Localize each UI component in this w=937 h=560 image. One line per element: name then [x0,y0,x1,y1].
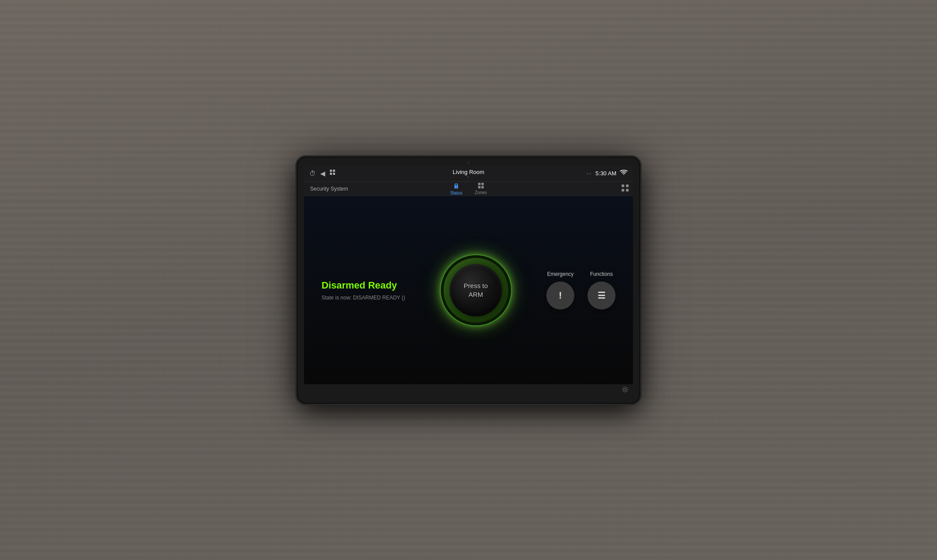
screen: ⏱ ◀ Living Room ⌄ [304,166,633,397]
zones-icon [478,183,484,190]
status-lock-icon [454,183,459,190]
state-detail-text: State is now: DISARMED READY () [322,295,405,301]
svg-rect-1 [333,170,335,172]
tab-zones[interactable]: Zones [468,181,493,197]
emergency-label: Emergency [547,271,574,277]
disarmed-ready-label: Disarmed Ready [322,280,405,291]
status-bar-right: -- 5:30 AM [587,170,628,177]
arm-button-container: Press toARM [441,255,511,325]
svg-rect-12 [622,189,624,191]
tab-status[interactable]: Status [444,181,468,197]
current-time: 5:30 AM [595,170,616,177]
back-arrow-icon[interactable]: ◀ [320,170,325,177]
svg-rect-2 [330,173,332,175]
status-separator: -- [587,170,592,177]
functions-button[interactable]: ☰ [587,282,615,310]
status-bar-left: ⏱ ◀ [309,170,338,177]
status-bar-center: Living Room ⌄ [453,169,484,178]
status-bar-wrapper: ⏱ ◀ Living Room ⌄ [309,166,628,181]
svg-rect-11 [626,184,629,187]
menu-icon[interactable] [330,170,338,177]
main-content: Disarmed Ready State is now: DISARMED RE… [304,196,633,384]
tab-status-label: Status [450,191,462,195]
svg-rect-8 [478,186,481,189]
arm-button-inner: Press toARM [450,264,502,317]
svg-rect-3 [333,173,335,175]
location-chevron: ⌄ [467,174,470,178]
nav-grid-button[interactable] [622,184,629,193]
arm-button-label: Press toARM [464,282,488,299]
svg-rect-6 [478,183,481,185]
settings-icon[interactable] [622,386,629,394]
nav-bar: Security System Status [304,181,633,196]
clock-icon: ⏱ [309,170,316,177]
functions-label: Functions [590,271,613,277]
svg-rect-10 [622,184,624,187]
tablet: ⏱ ◀ Living Room ⌄ [298,158,639,403]
wifi-icon [620,170,628,177]
emergency-button[interactable]: ! [546,282,574,310]
emergency-group: Emergency ! [546,271,574,310]
right-buttons: Emergency ! Functions ☰ [546,271,615,310]
svg-rect-0 [330,170,332,172]
nav-title: Security System [304,186,354,192]
functions-group: Functions ☰ [587,271,615,310]
tab-zones-label: Zones [475,190,487,195]
functions-icon: ☰ [598,290,605,301]
status-bar: ⏱ ◀ Living Room ⌄ [304,166,633,181]
svg-rect-9 [481,186,484,189]
arm-button[interactable]: Press toARM [441,255,511,325]
svg-rect-7 [481,183,484,185]
bottom-bar [304,384,633,397]
emergency-icon: ! [559,290,562,301]
status-section: Disarmed Ready State is now: DISARMED RE… [322,280,405,301]
svg-point-14 [624,388,626,391]
svg-rect-13 [626,189,629,191]
nav-tabs: Status Zones [444,181,493,197]
svg-point-5 [456,186,457,187]
